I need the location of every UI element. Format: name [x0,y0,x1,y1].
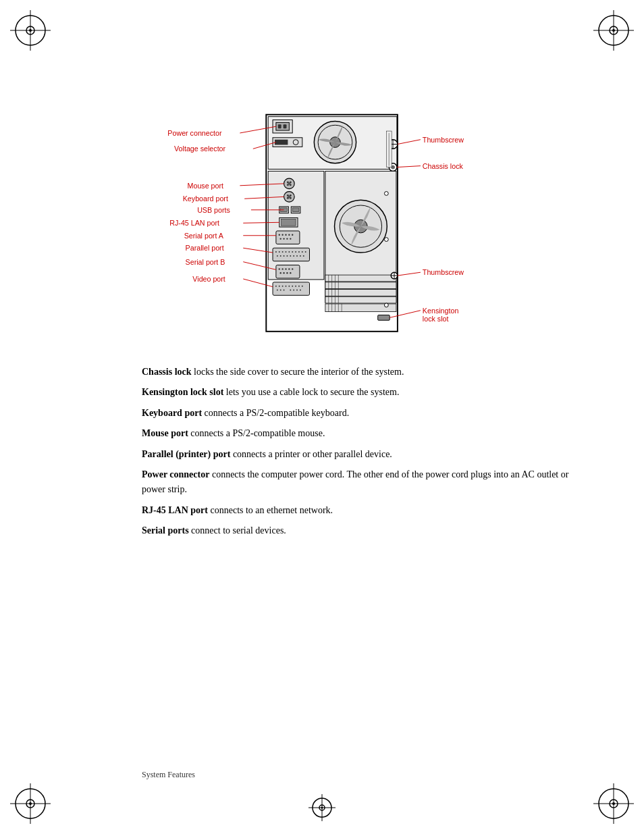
term-power: Power connector [142,469,209,479]
svg-rect-145 [325,275,396,282]
svg-text:Mouse port: Mouse port [188,182,223,190]
svg-point-19 [612,802,615,805]
svg-text:Video port: Video port [192,275,225,283]
svg-point-69 [280,238,281,239]
desc-power: Power connector connects the computer po… [142,467,590,498]
svg-rect-63 [276,231,300,244]
svg-point-113 [277,290,278,291]
svg-point-106 [282,286,284,287]
svg-text:lock slot: lock slot [423,315,449,323]
svg-point-114 [280,290,281,291]
svg-point-56 [288,195,290,198]
text-chassis-lock: locks the side cover to secure the inter… [192,367,404,377]
svg-point-71 [286,238,288,239]
svg-point-97 [288,268,290,269]
svg-rect-135 [325,290,396,296]
svg-point-68 [292,234,293,236]
svg-rect-93 [276,265,300,278]
text-mouse: connects a PS/2-compatible mouse. [188,428,325,438]
svg-rect-130 [325,296,396,303]
svg-line-163 [397,166,421,167]
svg-point-82 [302,251,303,253]
text-kensington: lets you use a cable lock to secure the … [223,387,399,397]
term-parallel: Parallel (printer) port [142,449,230,459]
center-bottom-mark [308,794,336,824]
svg-point-88 [290,255,291,257]
svg-point-112 [302,286,303,287]
svg-point-94 [279,268,280,269]
term-kensington: Kensington lock slot [142,387,223,397]
svg-point-70 [283,238,284,239]
svg-rect-33 [284,124,287,128]
svg-point-4 [29,29,32,32]
svg-point-84 [277,255,278,257]
svg-point-119 [300,290,301,291]
svg-point-105 [279,286,280,287]
svg-rect-62 [281,219,296,226]
text-serial: connect to serial devices. [189,525,286,536]
svg-point-78 [288,251,290,253]
svg-text:Chassis lock: Chassis lock [423,162,464,170]
svg-point-153 [384,192,388,196]
svg-text:USB ports: USB ports [197,206,230,214]
term-rj45: RJ-45 LAN port [142,505,208,515]
svg-point-77 [286,251,287,253]
svg-point-24 [321,807,323,809]
diagram-area: Power connector Voltage selector Thumbsc… [133,108,511,351]
desc-keyboard: Keyboard port connects a PS/2-compatible… [142,406,590,421]
svg-point-83 [305,251,306,253]
svg-rect-32 [278,124,281,128]
desc-mouse: Mouse port connects a PS/2-compatible mo… [142,426,590,441]
svg-text:Keyboard port: Keyboard port [183,194,228,203]
text-parallel: connects a printer or other parallel dev… [230,449,392,459]
svg-point-80 [295,251,296,253]
svg-point-90 [296,255,298,257]
svg-text:Serial port B: Serial port B [186,258,225,266]
svg-point-115 [284,290,285,291]
svg-point-76 [282,251,284,253]
svg-text:Voltage selector: Voltage selector [174,145,225,153]
descriptions-section: Chassis lock locks the side cover to sec… [142,365,590,544]
svg-point-9 [612,29,615,32]
desc-serial: Serial ports connect to serial devices. [142,523,590,538]
svg-point-110 [295,286,296,287]
svg-rect-155 [378,315,390,320]
svg-point-116 [290,290,291,291]
svg-point-75 [279,251,280,253]
svg-text:Power connector: Power connector [167,129,222,137]
svg-text:Serial port A: Serial port A [184,232,224,240]
svg-line-181 [398,272,421,276]
svg-point-50 [288,182,290,185]
svg-point-72 [290,238,291,239]
corner-mark-tr [593,10,634,51]
svg-point-86 [284,255,285,257]
svg-point-109 [292,286,293,287]
svg-point-79 [292,251,293,253]
desc-chassis-lock: Chassis lock locks the side cover to sec… [142,365,590,380]
text-keyboard: connects a PS/2-compatible keyboard. [202,408,349,418]
svg-point-117 [293,290,294,291]
svg-line-161 [398,140,421,145]
svg-point-96 [285,268,286,269]
svg-point-98 [292,268,293,269]
svg-point-95 [281,268,283,269]
svg-point-14 [29,802,32,805]
svg-point-102 [290,272,291,273]
term-mouse: Mouse port [142,428,188,438]
term-keyboard: Keyboard port [142,408,202,418]
svg-point-66 [285,234,286,236]
svg-rect-140 [325,282,396,289]
svg-rect-35 [275,140,288,145]
corner-mark-tl [10,10,51,51]
svg-point-99 [280,272,281,273]
svg-point-92 [303,255,304,257]
svg-point-87 [286,255,288,257]
svg-text:Thumbscrew: Thumbscrew [423,268,464,276]
svg-point-104 [275,286,277,287]
svg-point-64 [279,234,280,236]
term-chassis-lock: Chassis lock [142,367,192,377]
svg-point-156 [384,303,388,307]
svg-rect-60 [292,208,299,212]
svg-point-107 [286,286,287,287]
svg-point-118 [296,290,298,291]
